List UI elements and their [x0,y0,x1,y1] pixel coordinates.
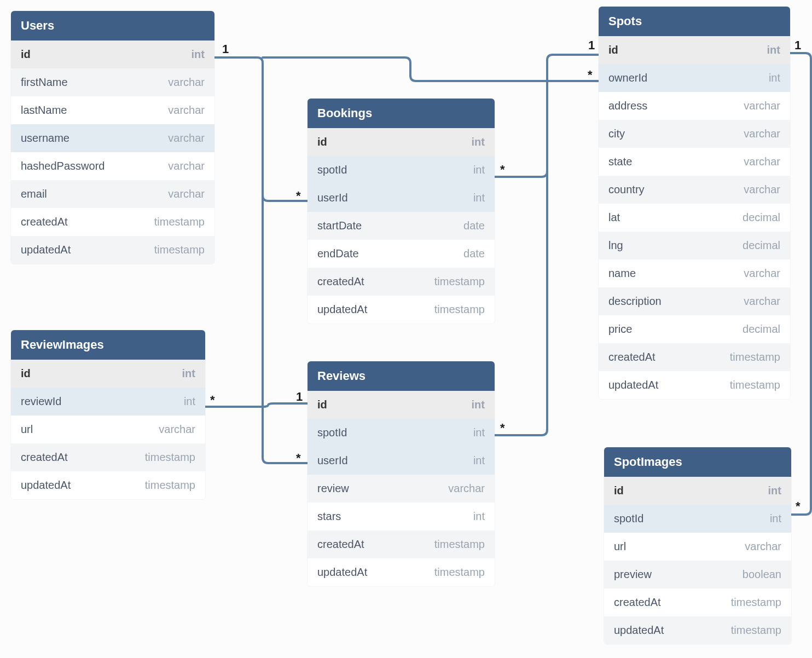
column-row[interactable]: descriptionvarchar [599,287,790,315]
card-spots-id-left: 1 [588,38,595,53]
column-type: decimal [743,323,780,336]
column-row[interactable]: createdAttimestamp [604,588,791,616]
column-name: review [317,482,349,495]
column-type: timestamp [145,479,195,492]
column-name: description [608,295,662,308]
column-row[interactable]: updatedAttimestamp [308,296,495,324]
column-row[interactable]: idint [308,128,495,156]
table-title: ReviewImages [21,338,104,351]
column-row[interactable]: idint [308,391,495,419]
column-type: timestamp [730,351,780,363]
column-name: spotId [614,512,643,525]
table-title: Spots [608,14,642,28]
column-name: spotId [317,426,347,439]
table-reviewimages[interactable]: ReviewImagesidintreviewIdinturlvarcharcr… [11,330,205,499]
table-spots[interactable]: SpotsidintownerIdintaddressvarcharcityva… [599,7,790,399]
column-row[interactable]: urlvarchar [604,533,791,561]
column-row[interactable]: updatedAttimestamp [11,236,214,264]
column-row[interactable]: startDatedate [308,212,495,240]
table-header[interactable]: ReviewImages [11,330,205,360]
table-header[interactable]: SpotImages [604,447,791,477]
column-row[interactable]: updatedAttimestamp [604,616,791,644]
column-row[interactable]: lngdecimal [599,232,790,259]
column-row[interactable]: idint [11,41,214,68]
column-row[interactable]: countryvarchar [599,176,790,204]
column-row[interactable]: createdAttimestamp [11,208,214,236]
column-row[interactable]: hashedPasswordvarchar [11,152,214,180]
column-name: address [608,100,647,112]
column-row[interactable]: addressvarchar [599,92,790,120]
column-type: timestamp [434,538,485,551]
column-type: int [184,395,195,408]
column-type: timestamp [145,451,195,464]
column-row[interactable]: updatedAttimestamp [308,558,495,586]
column-row[interactable]: reviewvarchar [308,475,495,503]
column-row[interactable]: createdAttimestamp [308,530,495,558]
column-row[interactable]: namevarchar [599,259,790,287]
column-name: lng [608,239,623,252]
column-name: url [21,423,33,436]
column-row[interactable]: idint [604,477,791,505]
table-users[interactable]: UsersidintfirstNamevarcharlastNamevarcha… [11,11,214,264]
column-name: endDate [317,247,359,260]
column-name: userId [317,454,348,467]
column-row[interactable]: latdecimal [599,204,790,232]
column-type: decimal [743,239,780,252]
column-row[interactable]: reviewIdint [11,388,205,415]
column-row[interactable]: idint [599,36,790,64]
column-row[interactable]: updatedAttimestamp [11,471,205,499]
column-row[interactable]: ownerIdint [599,64,790,92]
column-type: int [473,426,485,439]
table-header[interactable]: Reviews [308,361,495,391]
column-name: lastName [21,104,67,117]
column-type: timestamp [434,275,485,288]
column-type: int [767,44,780,56]
column-row[interactable]: endDatedate [308,240,495,268]
column-name: startDate [317,220,362,232]
column-name: createdAt [317,538,364,551]
table-header[interactable]: Users [11,11,214,41]
column-row[interactable]: previewboolean [604,561,791,588]
table-header[interactable]: Bookings [308,99,495,128]
column-row[interactable]: lastNamevarchar [11,96,214,124]
column-type: int [472,399,485,411]
column-name: createdAt [614,596,661,609]
table-title: SpotImages [614,455,682,469]
column-type: timestamp [434,303,485,316]
column-row[interactable]: spotIdint [604,505,791,533]
column-name: userId [317,192,348,204]
column-type: date [463,220,485,232]
table-spotimages[interactable]: SpotImagesidintspotIdinturlvarcharprevie… [604,447,791,644]
column-row[interactable]: idint [11,360,205,388]
column-row[interactable]: createdAttimestamp [11,443,205,471]
column-row[interactable]: starsint [308,503,495,530]
column-row[interactable]: createdAttimestamp [599,343,790,371]
column-row[interactable]: urlvarchar [11,415,205,443]
column-row[interactable]: updatedAttimestamp [599,371,790,399]
column-name: updatedAt [21,244,71,256]
column-name: hashedPassword [21,160,105,172]
table-bookings[interactable]: BookingsidintspotIdintuserIdintstartDate… [308,99,495,324]
column-row[interactable]: spotIdint [308,419,495,447]
column-row[interactable]: createdAttimestamp [308,268,495,296]
column-row[interactable]: usernamevarchar [11,124,214,152]
column-row[interactable]: firstNamevarchar [11,68,214,96]
column-row[interactable]: spotIdint [308,156,495,184]
column-row[interactable]: emailvarchar [11,180,214,208]
column-name: updatedAt [614,624,664,637]
column-row[interactable]: cityvarchar [599,120,790,148]
card-reviewimages-reviewid: * [210,393,215,407]
table-header[interactable]: Spots [599,7,790,36]
table-reviews[interactable]: ReviewsidintspotIdintuserIdintreviewvarc… [308,361,495,586]
column-row[interactable]: userIdint [308,184,495,212]
column-type: timestamp [730,379,780,391]
column-type: timestamp [731,624,781,637]
column-row[interactable]: statevarchar [599,148,790,176]
column-name: city [608,128,625,140]
column-row[interactable]: pricedecimal [599,315,790,343]
column-type: varchar [744,128,780,140]
column-name: createdAt [21,216,68,228]
table-title: Users [21,19,54,32]
column-row[interactable]: userIdint [308,447,495,475]
column-type: varchar [159,423,195,436]
